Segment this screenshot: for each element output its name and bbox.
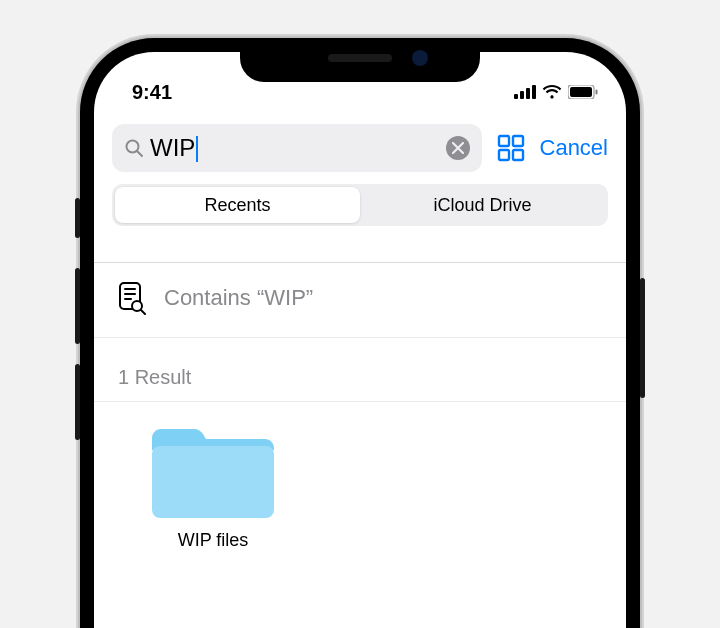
search-row: WIP Cancel — [94, 112, 626, 184]
power-button — [640, 278, 645, 398]
folder-icon — [146, 422, 280, 522]
front-camera — [412, 50, 428, 66]
svg-line-8 — [138, 152, 143, 157]
volume-down-button — [75, 364, 80, 440]
wifi-icon — [542, 85, 562, 99]
svg-rect-5 — [570, 87, 592, 97]
suggestion-text: Contains “WIP” — [164, 285, 313, 311]
document-search-icon — [118, 281, 146, 315]
svg-line-18 — [141, 310, 145, 314]
cancel-button[interactable]: Cancel — [540, 135, 608, 161]
screen: 9:41 WIP Cancel — [94, 52, 626, 628]
svg-rect-3 — [532, 85, 536, 99]
view-toggle-button[interactable] — [496, 133, 526, 163]
result-item-label: WIP files — [178, 530, 249, 551]
cellular-icon — [514, 85, 536, 99]
clear-search-button[interactable] — [446, 136, 470, 160]
svg-rect-12 — [513, 150, 523, 160]
battery-icon — [568, 85, 598, 99]
svg-rect-19 — [152, 446, 274, 518]
search-input[interactable]: WIP — [150, 134, 446, 163]
svg-rect-0 — [514, 94, 518, 99]
svg-rect-9 — [499, 136, 509, 146]
scope-segmented[interactable]: Recents iCloud Drive — [112, 184, 608, 226]
close-icon — [452, 142, 464, 154]
svg-rect-2 — [526, 88, 530, 99]
grid-icon — [496, 133, 526, 163]
segment-icloud-drive[interactable]: iCloud Drive — [360, 187, 605, 223]
scope-segmented-wrap: Recents iCloud Drive — [94, 184, 626, 242]
svg-rect-11 — [499, 150, 509, 160]
results-grid: WIP files — [94, 402, 626, 551]
search-field[interactable]: WIP — [112, 124, 482, 172]
svg-point-7 — [127, 141, 139, 153]
status-time: 9:41 — [132, 81, 172, 104]
mute-switch — [75, 198, 80, 238]
notch — [240, 38, 480, 82]
phone-frame: 9:41 WIP Cancel — [80, 38, 640, 628]
status-indicators — [514, 85, 598, 99]
segment-recents[interactable]: Recents — [115, 187, 360, 223]
suggestion-row[interactable]: Contains “WIP” — [94, 263, 626, 319]
svg-rect-6 — [596, 90, 598, 95]
svg-rect-10 — [513, 136, 523, 146]
results-header: 1 Result — [94, 338, 626, 401]
search-icon — [124, 138, 144, 158]
result-item-folder[interactable]: WIP files — [138, 422, 288, 551]
speaker — [328, 54, 392, 62]
svg-rect-1 — [520, 91, 524, 99]
volume-up-button — [75, 268, 80, 344]
text-caret — [196, 136, 198, 162]
